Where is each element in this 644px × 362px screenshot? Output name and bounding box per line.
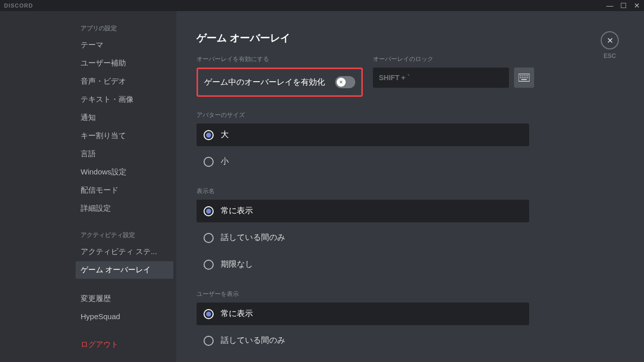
svg-rect-5 xyxy=(522,75,523,76)
radio-option[interactable]: 話している間のみ xyxy=(197,226,529,249)
left-gutter xyxy=(0,11,73,362)
close-window-icon[interactable]: ✕ xyxy=(634,2,640,10)
radio-option[interactable]: 常に表示 xyxy=(197,303,529,325)
sidebar-item[interactable]: HypeSquad xyxy=(76,308,173,325)
radio-label: 常に表示 xyxy=(221,206,253,216)
sidebar-header-app-settings: アプリの設定 xyxy=(76,21,173,36)
close-esc-label: ESC xyxy=(601,52,619,59)
sidebar-item[interactable]: 通知 xyxy=(76,109,173,127)
avatar-size-label: アバターのサイズ xyxy=(197,111,624,119)
enable-overlay-toggle-label: ゲーム中のオーバーレイを有効化 xyxy=(204,77,325,88)
enable-overlay-toggle[interactable] xyxy=(335,76,355,88)
radio-label: 大 xyxy=(221,130,229,140)
svg-rect-8 xyxy=(527,75,528,76)
sidebar-header-activity-settings: アクティビティ設定 xyxy=(76,228,173,243)
radio-option[interactable]: 大 xyxy=(197,124,529,146)
radio-label: 話している間のみ xyxy=(221,232,285,243)
radio-option[interactable]: 話している間のみ xyxy=(197,329,529,352)
enable-overlay-label: オーバーレイを有効にする xyxy=(197,55,363,64)
show-users-label: ユーザーを表示 xyxy=(197,290,624,298)
display-name-label: 表示名 xyxy=(197,187,624,196)
sidebar-item[interactable]: ゲーム オーバーレイ xyxy=(76,261,173,279)
keyboard-icon xyxy=(519,74,530,82)
svg-rect-7 xyxy=(526,75,527,76)
close-icon: ✕ xyxy=(601,31,619,49)
radio-option[interactable]: 期限なし xyxy=(197,253,529,276)
radio-label: 話している間のみ xyxy=(221,335,285,346)
sidebar-item[interactable]: ユーザー補助 xyxy=(76,54,173,72)
sidebar-item-logout[interactable]: ログアウト xyxy=(76,336,173,353)
radio-icon xyxy=(204,336,214,346)
overlay-lock-label: オーバーレイのロック xyxy=(373,55,534,64)
sidebar-item[interactable]: テキスト・画像 xyxy=(76,91,173,108)
svg-rect-9 xyxy=(520,77,521,78)
sidebar-item[interactable]: テーマ xyxy=(76,36,173,54)
svg-rect-12 xyxy=(526,77,527,78)
titlebar: DISCORD — ☐ ✕ xyxy=(0,0,644,11)
sidebar-item[interactable]: 言語 xyxy=(76,145,173,163)
sidebar-item[interactable]: 詳細設定 xyxy=(76,200,173,217)
svg-rect-14 xyxy=(522,79,527,80)
page-title: ゲーム オーバーレイ xyxy=(197,31,624,45)
settings-sidebar: アプリの設定 テーマユーザー補助音声・ビデオテキスト・画像通知キー割り当て言語W… xyxy=(73,11,176,362)
svg-rect-13 xyxy=(527,77,528,78)
sidebar-item[interactable]: 配信モード xyxy=(76,182,173,199)
sidebar-item[interactable]: 変更履歴 xyxy=(76,290,173,308)
window-controls: — ☐ ✕ xyxy=(606,2,640,10)
svg-rect-6 xyxy=(524,75,525,76)
radio-option[interactable]: 常に表示 xyxy=(197,200,529,222)
radio-label: 常に表示 xyxy=(221,309,253,319)
enable-overlay-box: ゲーム中のオーバーレイを有効化 xyxy=(197,68,363,97)
minimize-icon[interactable]: — xyxy=(606,2,613,10)
svg-rect-10 xyxy=(522,77,523,78)
close-settings-button[interactable]: ✕ ESC xyxy=(601,31,619,59)
radio-icon xyxy=(204,157,214,167)
sidebar-item[interactable]: Windows設定 xyxy=(76,163,173,181)
maximize-icon[interactable]: ☐ xyxy=(620,2,627,10)
radio-icon xyxy=(204,206,214,216)
radio-label: 小 xyxy=(221,156,229,167)
radio-icon xyxy=(204,309,214,319)
overlay-lock-hotkey-input[interactable]: SHIFT + ` xyxy=(373,68,509,88)
radio-option[interactable]: 小 xyxy=(197,150,529,173)
svg-rect-4 xyxy=(520,75,521,76)
radio-icon xyxy=(204,233,214,243)
keyboard-button[interactable] xyxy=(514,68,534,88)
radio-icon xyxy=(204,130,214,140)
sidebar-item[interactable]: アクティビティ ステ... xyxy=(76,243,173,261)
sidebar-item[interactable]: キー割り当て xyxy=(76,127,173,145)
app-brand: DISCORD xyxy=(4,3,33,9)
radio-label: 期限なし xyxy=(221,259,253,270)
svg-rect-11 xyxy=(524,77,525,78)
sidebar-item[interactable]: 音声・ビデオ xyxy=(76,73,173,90)
settings-content: ✕ ESC ゲーム オーバーレイ オーバーレイを有効にする ゲーム中のオーバーレ… xyxy=(176,11,644,362)
radio-icon xyxy=(204,260,214,270)
